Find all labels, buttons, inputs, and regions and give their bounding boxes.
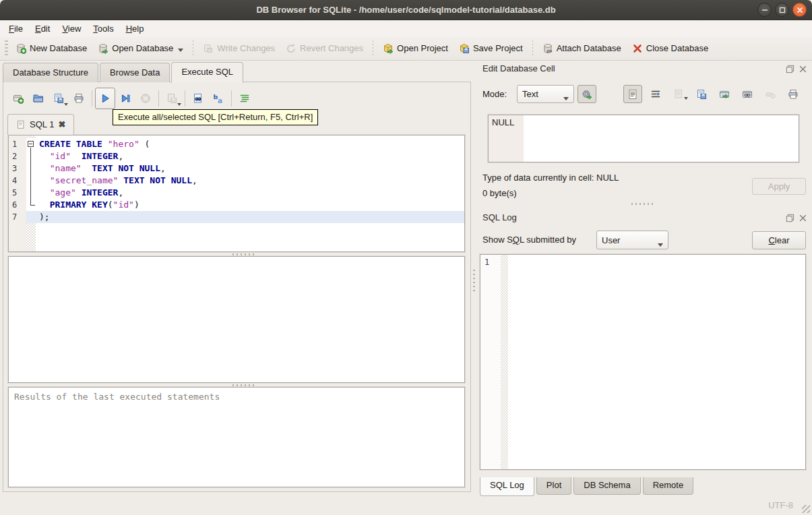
- encoding-indicator[interactable]: UTF-8: [768, 500, 793, 510]
- attach-database-button[interactable]: Attach Database: [537, 40, 627, 57]
- text-mode-button[interactable]: [623, 85, 642, 103]
- menubar: FileEditViewToolsHelp: [0, 20, 812, 36]
- float-panel-icon[interactable]: [785, 213, 795, 223]
- revert-changes-button[interactable]: Revert Changes: [280, 40, 369, 57]
- auto-switch-mode-button[interactable]: [577, 85, 596, 103]
- dock-tab-sql-log[interactable]: SQL Log: [480, 477, 534, 496]
- results-pane[interactable]: Results of the last executed statements: [8, 387, 465, 487]
- code-token: "name": [50, 163, 82, 173]
- tab-execute-sql[interactable]: Execute SQL: [171, 62, 243, 83]
- editor-splitter-handle[interactable]: [232, 253, 255, 255]
- dock-tab-db-schema[interactable]: DB Schema: [573, 477, 640, 495]
- close-button[interactable]: [792, 3, 807, 17]
- dropdown-arrow-icon[interactable]: [178, 49, 183, 52]
- find-button[interactable]: [188, 88, 208, 109]
- dock-tab-plot[interactable]: Plot: [536, 477, 571, 495]
- code-token: (: [139, 139, 150, 149]
- mode-select[interactable]: Text: [517, 85, 574, 103]
- save-project-button[interactable]: Save Project: [454, 40, 528, 57]
- line-number: 5: [9, 187, 26, 199]
- tab-database-structure[interactable]: Database Structure: [3, 63, 98, 82]
- cell-value: NULL: [492, 117, 514, 127]
- fold-marker[interactable]: [26, 138, 36, 150]
- word-wrap-button[interactable]: [646, 85, 665, 103]
- dropdown-arrow-icon[interactable]: [177, 103, 181, 106]
- open-project-button[interactable]: Open Project: [377, 40, 454, 57]
- fold-connector: [30, 187, 31, 199]
- dock-section-splitter[interactable]: [631, 203, 654, 205]
- save-results-button[interactable]: [162, 88, 182, 109]
- format-sql-button[interactable]: [235, 88, 255, 109]
- statusbar: UTF-8: [0, 495, 812, 515]
- format-icon: [239, 93, 250, 104]
- menu-tools[interactable]: Tools: [87, 22, 119, 36]
- fold-marker: [26, 211, 36, 223]
- close-tab-icon[interactable]: ✖: [58, 121, 65, 128]
- stop-execution-button[interactable]: [135, 88, 156, 109]
- titlebar[interactable]: DB Browser for SQLite - /home/user/code/…: [0, 0, 812, 20]
- open-database-button-label: Open Database: [112, 43, 173, 53]
- resize-grip[interactable]: [802, 505, 810, 513]
- sql-tab[interactable]: SQL 1 ✖: [7, 114, 74, 135]
- results-placeholder: Results of the last executed statements: [14, 392, 220, 402]
- print-cell-button[interactable]: [784, 85, 803, 103]
- execute-all-button[interactable]: [95, 88, 115, 109]
- code-token: INTEGER: [82, 151, 119, 161]
- menu-file[interactable]: File: [3, 22, 29, 36]
- float-panel-icon[interactable]: [785, 64, 795, 74]
- menu-help[interactable]: Help: [120, 22, 150, 36]
- sql-log-area[interactable]: 1: [480, 254, 806, 470]
- clear-log-button[interactable]: Clear: [752, 231, 806, 249]
- maximize-button[interactable]: [775, 3, 789, 17]
- close-database-button[interactable]: Close Database: [627, 40, 714, 57]
- log-filter-select[interactable]: User: [596, 231, 668, 249]
- dock-splitter-handle[interactable]: [473, 270, 475, 294]
- fold-collapse-box[interactable]: [28, 141, 34, 147]
- find-replace-button[interactable]: ba: [208, 88, 228, 109]
- revert-changes-button-label: Revert Changes: [300, 43, 363, 53]
- cell-type-info: Type of data currently in cell: NULL: [482, 173, 619, 183]
- print-sql-button[interactable]: [69, 88, 89, 109]
- menu-view[interactable]: View: [56, 22, 87, 36]
- clear-button-label: Clear: [768, 235, 789, 245]
- code-text: "age" INTEGER,: [36, 187, 464, 199]
- cell-value-editor[interactable]: NULL: [488, 115, 799, 162]
- code-token: [82, 163, 92, 173]
- close-panel-icon[interactable]: [798, 64, 808, 74]
- open-new-sql-tab-button[interactable]: [8, 88, 28, 109]
- editor-lines: 1CREATE TABLE "hero" (2 "id" INTEGER,3 "…: [9, 138, 464, 223]
- save-sql-file-button[interactable]: [49, 88, 69, 109]
- set-null-button[interactable]: [761, 85, 780, 103]
- editor-line: 7);: [9, 211, 464, 223]
- dock-tab-remote[interactable]: Remote: [643, 477, 694, 495]
- write-changes-button[interactable]: Write Changes: [197, 40, 280, 57]
- code-token: ,: [192, 175, 197, 185]
- dropdown-arrow-icon[interactable]: [684, 97, 688, 100]
- dropdown-arrow-icon[interactable]: [64, 103, 68, 106]
- main-toolbar: New DatabaseOpen DatabaseWrite ChangesRe…: [0, 36, 812, 61]
- chevron-down-icon: [563, 97, 569, 100]
- apply-button-label: Apply: [768, 181, 790, 191]
- code-token: (: [108, 200, 113, 210]
- dock-tab-bar: SQL LogPlotDB SchemaRemote: [480, 477, 695, 496]
- revert-changes-icon: [286, 43, 296, 54]
- open-sql-file-button[interactable]: [28, 88, 49, 109]
- apply-button[interactable]: Apply: [752, 178, 806, 195]
- open-database-button[interactable]: Open Database: [92, 40, 189, 57]
- toolbar-handle[interactable]: [5, 40, 8, 57]
- import-from-file-button[interactable]: [669, 85, 688, 103]
- open-in-external-button[interactable]: [715, 85, 734, 103]
- execute-current-line-button[interactable]: [115, 88, 135, 109]
- sql-code-editor[interactable]: 1CREATE TABLE "hero" (2 "id" INTEGER,3 "…: [8, 135, 465, 252]
- menu-edit[interactable]: Edit: [29, 22, 56, 36]
- close-panel-icon[interactable]: [798, 213, 808, 223]
- minimize-button[interactable]: [757, 3, 772, 17]
- results-splitter-handle[interactable]: [232, 384, 255, 386]
- export-to-file-button[interactable]: [692, 85, 711, 103]
- close-database-icon: [632, 43, 643, 54]
- new-database-button[interactable]: New Database: [10, 40, 92, 57]
- copy-link-button[interactable]: [738, 85, 757, 103]
- result-grid-pane[interactable]: [8, 256, 465, 383]
- cell-editor-toolbar: [623, 85, 803, 103]
- tab-browse-data[interactable]: Browse Data: [100, 63, 170, 82]
